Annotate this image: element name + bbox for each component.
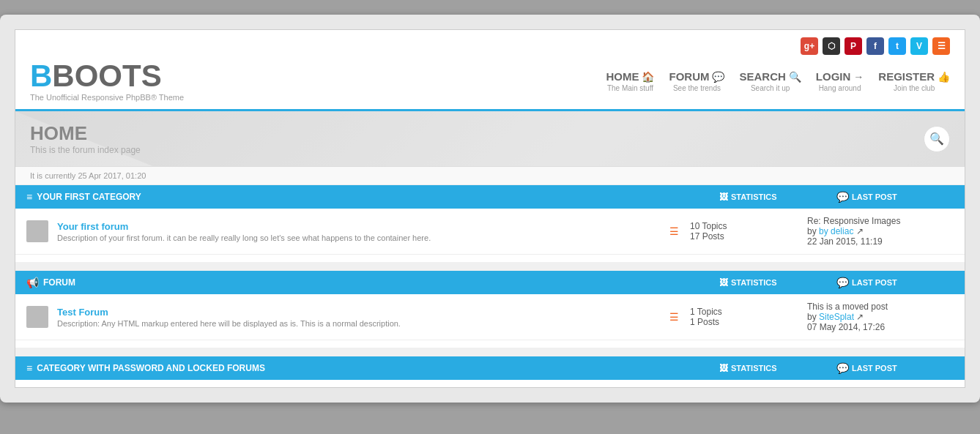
- site-header: g+ ⬡ P f t V ☰ BBOOTS The Unofficial Res…: [15, 30, 965, 111]
- category-forum-lastpost-header: 💬 LAST POST: [836, 277, 954, 288]
- category-forum-title-area: 📢 FORUM: [26, 277, 719, 288]
- category-forum-title: FORUM: [43, 277, 75, 288]
- categories-container: ≡ YOUR FIRST CATEGORY 🖼 STATISTICS 💬 LAS…: [15, 185, 965, 380]
- forum-description-2: Description: Any HTML markup entered her…: [57, 319, 658, 328]
- category-password: ≡ CATEGORY WITH PASSWORD AND LOCKED FORU…: [15, 356, 965, 380]
- social-icons-bar: g+ ⬡ P f t V ☰: [801, 37, 950, 55]
- logo-area: BBOOTS The Unofficial Responsive PhpBB® …: [30, 61, 184, 102]
- nav-login-title: LOGIN →: [816, 70, 864, 83]
- category-first: ≡ YOUR FIRST CATEGORY 🖼 STATISTICS 💬 LAS…: [15, 185, 965, 255]
- lastpost-by: by by deliac ↗: [807, 226, 954, 236]
- search-label: SEARCH: [739, 70, 785, 83]
- forum-folder-icon-2: [26, 306, 48, 328]
- forum-name[interactable]: Your first forum: [57, 221, 658, 232]
- forum-rss-icon-2[interactable]: ☰: [669, 311, 679, 323]
- search-icon: 🔍: [789, 71, 801, 83]
- category-first-title: YOUR FIRST CATEGORY: [37, 192, 141, 202]
- forum-stats: 10 Topics 17 Posts: [690, 221, 807, 242]
- lastpost-by-label-2: by: [807, 312, 819, 322]
- forum-rss-icon[interactable]: ☰: [669, 225, 679, 237]
- nav-forum-title: FORUM 💬: [669, 70, 724, 83]
- logo: BBOOTS: [30, 61, 184, 91]
- forum-topics-2: 1 Topics: [690, 307, 807, 317]
- social-icon-twitter[interactable]: t: [888, 37, 906, 55]
- nav-search-title: SEARCH 🔍: [739, 70, 801, 83]
- forum-name-2[interactable]: Test Forum: [57, 307, 658, 318]
- page-title: HOME: [30, 122, 950, 145]
- stats-icon-2: 🖼: [719, 277, 728, 288]
- category-forum-stats-header: 🖼 STATISTICS: [719, 277, 836, 288]
- category-forum: 📢 FORUM 🖼 STATISTICS 💬 LAST POST: [15, 271, 965, 340]
- lastpost-title: Re: Responsive Images: [807, 216, 954, 226]
- register-icon: 👍: [938, 71, 950, 83]
- nav-register[interactable]: REGISTER 👍 Join the club: [878, 70, 950, 92]
- home-label: HOME: [606, 70, 639, 83]
- lastpost-label: LAST POST: [852, 192, 897, 201]
- category-forum-header: 📢 FORUM 🖼 STATISTICS 💬 LAST POST: [15, 271, 965, 294]
- forum-posts-2: 1 Posts: [690, 317, 807, 327]
- forum-label: FORUM: [669, 70, 709, 83]
- login-icon: →: [853, 71, 864, 83]
- forum-stats-2: 1 Topics 1 Posts: [690, 307, 807, 327]
- stats-label-3: STATISTICS: [731, 364, 777, 373]
- forum-info-2: Test Forum Description: Any HTML markup …: [57, 307, 658, 328]
- lastpost-arrow-2: ↗: [856, 312, 864, 322]
- category-password-lastpost-header: 💬 LAST POST: [836, 362, 954, 374]
- status-bar: It is currently 25 Apr 2017, 01:20: [15, 167, 965, 185]
- nav-home-sub: The Main stuff: [606, 84, 654, 92]
- nav-register-title: REGISTER 👍: [878, 70, 950, 83]
- forum-posts: 17 Posts: [690, 231, 807, 242]
- nav-login[interactable]: LOGIN → Hang around: [816, 70, 864, 92]
- stats-icon-3: 🖼: [719, 363, 728, 373]
- header-search-button[interactable]: 🔍: [924, 126, 950, 152]
- home-icon: 🏠: [642, 71, 654, 83]
- site-wrapper: g+ ⬡ P f t V ☰ BBOOTS The Unofficial Res…: [15, 29, 965, 388]
- logo-subtitle: The Unofficial Responsive PhpBB® Theme: [30, 93, 184, 102]
- social-icon-vimeo[interactable]: V: [910, 37, 928, 55]
- current-time-text: It is currently 25 Apr 2017, 01:20: [30, 171, 146, 180]
- section-gap-2: [15, 348, 965, 356]
- social-icon-github[interactable]: ⬡: [823, 37, 840, 55]
- lastpost-author-2[interactable]: SiteSplat: [819, 312, 854, 322]
- stats-icon: 🖼: [719, 192, 728, 202]
- table-row: Your first forum Description of your fir…: [15, 209, 965, 255]
- nav-register-sub: Join the club: [878, 84, 950, 92]
- lastpost-icon-2: 💬: [836, 277, 849, 288]
- forum-topics: 10 Topics: [690, 221, 807, 231]
- social-icon-google[interactable]: g+: [801, 37, 818, 55]
- header-top: g+ ⬡ P f t V ☰: [30, 37, 950, 55]
- nav-forum-sub: See the trends: [669, 84, 724, 92]
- category-password-title: CATEGORY WITH PASSWORD AND LOCKED FORUMS: [37, 363, 265, 373]
- lastpost-arrow: ↗: [856, 226, 864, 236]
- social-icon-rss[interactable]: ☰: [932, 37, 950, 55]
- lastpost-icon: 💬: [836, 191, 849, 203]
- category-password-header: ≡ CATEGORY WITH PASSWORD AND LOCKED FORU…: [15, 356, 965, 380]
- register-label: REGISTER: [878, 70, 935, 83]
- list-icon-2: 📢: [26, 277, 39, 288]
- lastpost-date-2: 07 May 2014, 17:26: [807, 322, 954, 332]
- header-main: BBOOTS The Unofficial Responsive PhpBB® …: [30, 61, 950, 109]
- category-password-stats-header: 🖼 STATISTICS: [719, 363, 836, 373]
- category-password-title-area: ≡ CATEGORY WITH PASSWORD AND LOCKED FORU…: [26, 362, 719, 374]
- category-first-header: ≡ YOUR FIRST CATEGORY 🖼 STATISTICS 💬 LAS…: [15, 185, 965, 209]
- lastpost-by-2: by SiteSplat ↗: [807, 312, 954, 322]
- main-nav: HOME 🏠 The Main stuff FORUM 💬 See the tr…: [606, 70, 950, 92]
- social-icon-pinterest[interactable]: P: [844, 37, 862, 55]
- nav-home[interactable]: HOME 🏠 The Main stuff: [606, 70, 654, 92]
- page-header: HOME This is the forum index page 🔍: [15, 111, 965, 167]
- stats-label: STATISTICS: [731, 192, 777, 201]
- category-first-lastpost-header: 💬 LAST POST: [836, 191, 954, 203]
- nav-search[interactable]: SEARCH 🔍 Search it up: [739, 70, 801, 92]
- nav-search-sub: Search it up: [739, 84, 801, 92]
- nav-forum[interactable]: FORUM 💬 See the trends: [669, 70, 724, 92]
- list-icon-3: ≡: [26, 362, 32, 374]
- lastpost-author[interactable]: by deliac: [819, 226, 853, 236]
- section-gap-1: [15, 262, 965, 271]
- lastpost-by-label: by: [807, 226, 819, 236]
- forum-folder-icon: [26, 220, 48, 242]
- forum-lastpost-2: This is a moved post by SiteSplat ↗ 07 M…: [807, 302, 954, 332]
- social-icon-facebook[interactable]: f: [866, 37, 884, 55]
- stats-label-2: STATISTICS: [731, 278, 777, 287]
- category-first-stats-header: 🖼 STATISTICS: [719, 192, 836, 202]
- lastpost-label-2: LAST POST: [852, 278, 897, 287]
